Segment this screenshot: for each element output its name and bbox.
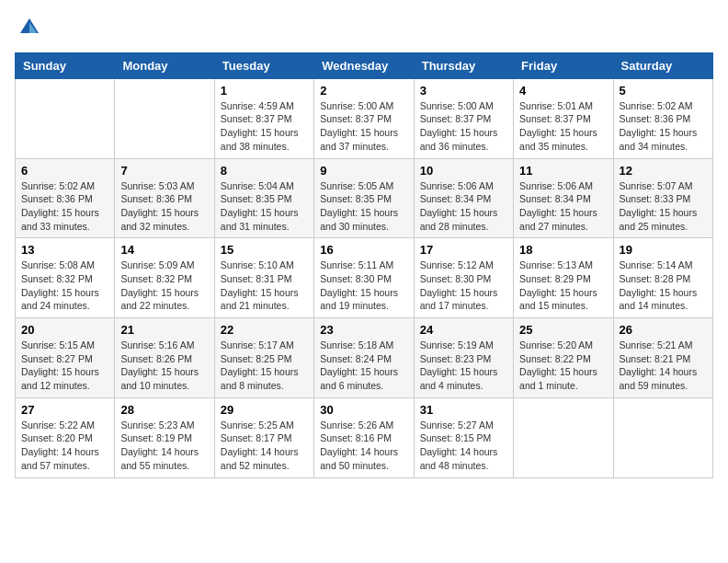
day-number: 31 [420, 403, 507, 417]
calendar-cell: 5Sunrise: 5:02 AM Sunset: 8:36 PM Daylig… [613, 78, 712, 158]
day-number: 27 [21, 403, 108, 417]
calendar-cell: 31Sunrise: 5:27 AM Sunset: 8:15 PM Dayli… [414, 397, 513, 477]
day-info: Sunrise: 5:00 AM Sunset: 8:37 PM Dayligh… [420, 99, 507, 154]
day-number: 12 [620, 164, 707, 178]
day-info: Sunrise: 5:07 AM Sunset: 8:33 PM Dayligh… [620, 179, 707, 234]
calendar-cell [16, 78, 115, 158]
weekday-monday: Monday [115, 52, 214, 78]
day-info: Sunrise: 5:08 AM Sunset: 8:32 PM Dayligh… [21, 259, 108, 313]
weekday-friday: Friday [514, 52, 613, 78]
day-number: 26 [620, 323, 707, 337]
weekday-wednesday: Wednesday [314, 52, 414, 78]
weekday-tuesday: Tuesday [214, 52, 313, 78]
calendar-cell: 11Sunrise: 5:06 AM Sunset: 8:34 PM Dayli… [514, 158, 613, 238]
calendar-cell: 25Sunrise: 5:20 AM Sunset: 8:22 PM Dayli… [514, 318, 613, 398]
day-number: 8 [221, 164, 308, 178]
day-number: 16 [320, 243, 407, 257]
calendar-body: 1Sunrise: 4:59 AM Sunset: 8:37 PM Daylig… [16, 78, 713, 477]
week-row-5: 27Sunrise: 5:22 AM Sunset: 8:20 PM Dayli… [16, 397, 713, 477]
day-number: 22 [221, 323, 308, 337]
weekday-saturday: Saturday [613, 52, 712, 78]
day-info: Sunrise: 5:19 AM Sunset: 8:23 PM Dayligh… [420, 339, 507, 393]
calendar-cell [115, 78, 214, 158]
day-info: Sunrise: 5:05 AM Sunset: 8:35 PM Dayligh… [320, 179, 407, 234]
day-number: 6 [21, 164, 108, 178]
day-info: Sunrise: 5:25 AM Sunset: 8:17 PM Dayligh… [221, 419, 308, 473]
day-info: Sunrise: 5:16 AM Sunset: 8:26 PM Dayligh… [120, 339, 208, 393]
day-info: Sunrise: 5:27 AM Sunset: 8:15 PM Dayligh… [420, 419, 507, 473]
day-info: Sunrise: 5:15 AM Sunset: 8:27 PM Dayligh… [21, 339, 108, 393]
calendar-cell: 15Sunrise: 5:10 AM Sunset: 8:31 PM Dayli… [214, 238, 313, 318]
calendar-cell: 30Sunrise: 5:26 AM Sunset: 8:16 PM Dayli… [314, 397, 414, 477]
day-number: 23 [320, 323, 407, 337]
day-info: Sunrise: 5:23 AM Sunset: 8:19 PM Dayligh… [120, 419, 208, 473]
day-info: Sunrise: 5:02 AM Sunset: 8:36 PM Dayligh… [21, 179, 108, 234]
week-row-2: 6Sunrise: 5:02 AM Sunset: 8:36 PM Daylig… [16, 158, 713, 238]
calendar-cell: 17Sunrise: 5:12 AM Sunset: 8:30 PM Dayli… [414, 238, 513, 318]
weekday-header-row: SundayMondayTuesdayWednesdayThursdayFrid… [16, 52, 713, 78]
calendar-cell: 14Sunrise: 5:09 AM Sunset: 8:32 PM Dayli… [115, 238, 214, 318]
day-info: Sunrise: 5:14 AM Sunset: 8:28 PM Dayligh… [620, 259, 707, 313]
day-number: 18 [519, 243, 607, 257]
day-info: Sunrise: 5:10 AM Sunset: 8:31 PM Dayligh… [221, 259, 308, 313]
weekday-sunday: Sunday [16, 52, 115, 78]
calendar-cell: 22Sunrise: 5:17 AM Sunset: 8:25 PM Dayli… [214, 318, 313, 398]
day-number: 5 [620, 84, 707, 98]
day-info: Sunrise: 5:03 AM Sunset: 8:36 PM Dayligh… [120, 179, 208, 234]
day-number: 29 [221, 403, 308, 417]
day-info: Sunrise: 5:06 AM Sunset: 8:34 PM Dayligh… [519, 179, 607, 234]
day-info: Sunrise: 5:11 AM Sunset: 8:30 PM Dayligh… [320, 259, 407, 313]
calendar-cell: 23Sunrise: 5:18 AM Sunset: 8:24 PM Dayli… [314, 318, 414, 398]
page-header [15, 15, 713, 45]
calendar-cell: 10Sunrise: 5:06 AM Sunset: 8:34 PM Dayli… [414, 158, 513, 238]
calendar-cell: 27Sunrise: 5:22 AM Sunset: 8:20 PM Dayli… [16, 397, 115, 477]
day-info: Sunrise: 5:06 AM Sunset: 8:34 PM Dayligh… [420, 179, 507, 234]
calendar-cell: 16Sunrise: 5:11 AM Sunset: 8:30 PM Dayli… [314, 238, 414, 318]
day-number: 25 [519, 323, 607, 337]
day-info: Sunrise: 5:12 AM Sunset: 8:30 PM Dayligh… [420, 259, 507, 313]
day-info: Sunrise: 5:01 AM Sunset: 8:37 PM Dayligh… [519, 99, 607, 154]
calendar-cell: 8Sunrise: 5:04 AM Sunset: 8:35 PM Daylig… [214, 158, 313, 238]
day-number: 30 [320, 403, 407, 417]
calendar-cell: 29Sunrise: 5:25 AM Sunset: 8:17 PM Dayli… [214, 397, 313, 477]
day-info: Sunrise: 5:09 AM Sunset: 8:32 PM Dayligh… [120, 259, 208, 313]
calendar-cell: 2Sunrise: 5:00 AM Sunset: 8:37 PM Daylig… [314, 78, 414, 158]
calendar-table: SundayMondayTuesdayWednesdayThursdayFrid… [15, 52, 713, 478]
logo-icon [17, 15, 42, 40]
day-number: 24 [420, 323, 507, 337]
calendar-cell: 20Sunrise: 5:15 AM Sunset: 8:27 PM Dayli… [16, 318, 115, 398]
calendar-cell: 4Sunrise: 5:01 AM Sunset: 8:37 PM Daylig… [514, 78, 613, 158]
day-number: 17 [420, 243, 507, 257]
calendar-cell: 1Sunrise: 4:59 AM Sunset: 8:37 PM Daylig… [214, 78, 313, 158]
day-number: 3 [420, 84, 507, 98]
day-number: 4 [519, 84, 607, 98]
day-number: 9 [320, 164, 407, 178]
calendar-cell: 26Sunrise: 5:21 AM Sunset: 8:21 PM Dayli… [613, 318, 712, 398]
calendar-cell: 13Sunrise: 5:08 AM Sunset: 8:32 PM Dayli… [16, 238, 115, 318]
day-info: Sunrise: 5:02 AM Sunset: 8:36 PM Dayligh… [620, 99, 707, 154]
day-number: 13 [21, 243, 108, 257]
day-info: Sunrise: 5:22 AM Sunset: 8:20 PM Dayligh… [21, 419, 108, 473]
calendar-cell: 28Sunrise: 5:23 AM Sunset: 8:19 PM Dayli… [115, 397, 214, 477]
day-info: Sunrise: 5:26 AM Sunset: 8:16 PM Dayligh… [320, 419, 407, 473]
week-row-3: 13Sunrise: 5:08 AM Sunset: 8:32 PM Dayli… [16, 238, 713, 318]
calendar-cell [514, 397, 613, 477]
calendar-cell: 3Sunrise: 5:00 AM Sunset: 8:37 PM Daylig… [414, 78, 513, 158]
day-number: 2 [320, 84, 407, 98]
day-info: Sunrise: 5:18 AM Sunset: 8:24 PM Dayligh… [320, 339, 407, 393]
day-number: 21 [120, 323, 208, 337]
calendar-cell: 24Sunrise: 5:19 AM Sunset: 8:23 PM Dayli… [414, 318, 513, 398]
day-number: 10 [420, 164, 507, 178]
day-number: 1 [221, 84, 308, 98]
day-info: Sunrise: 5:13 AM Sunset: 8:29 PM Dayligh… [519, 259, 607, 313]
calendar-cell: 21Sunrise: 5:16 AM Sunset: 8:26 PM Dayli… [115, 318, 214, 398]
day-number: 19 [620, 243, 707, 257]
day-number: 11 [519, 164, 607, 178]
day-number: 15 [221, 243, 308, 257]
day-info: Sunrise: 5:20 AM Sunset: 8:22 PM Dayligh… [519, 339, 607, 393]
week-row-4: 20Sunrise: 5:15 AM Sunset: 8:27 PM Dayli… [16, 318, 713, 398]
day-number: 7 [120, 164, 208, 178]
day-info: Sunrise: 5:00 AM Sunset: 8:37 PM Dayligh… [320, 99, 407, 154]
calendar-cell: 9Sunrise: 5:05 AM Sunset: 8:35 PM Daylig… [314, 158, 414, 238]
day-info: Sunrise: 5:17 AM Sunset: 8:25 PM Dayligh… [221, 339, 308, 393]
